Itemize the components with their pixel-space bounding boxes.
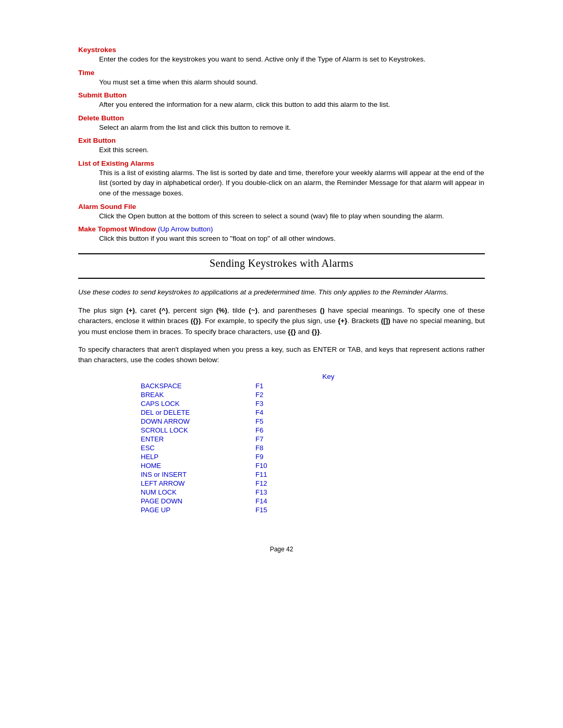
table-row: ENTERF7 [141,435,267,443]
key-code: F5 [255,417,267,426]
section-divider-bottom [78,278,485,279]
key-name: PAGE DOWN [141,497,255,505]
table-row: DOWN ARROWF5 [141,417,267,426]
key-name: PAGE UP [141,505,255,514]
key-name: ESC [141,443,255,452]
term-alarm-sound-desc: Click the Open button at the bottom of t… [99,211,485,221]
term-keystrokes: Keystrokes Enter the codes for the keyst… [78,46,485,65]
table-row: HELPF9 [141,452,267,461]
make-topmost-label: Make Topmost Window [78,225,156,233]
key-name: BACKSPACE [141,381,255,390]
key-code: F8 [255,443,267,452]
key-table: BACKSPACEF1BREAKF2CAPS LOCKF3DEL or DELE… [141,381,267,514]
key-table-header: Key [172,373,485,380]
key-name: ENTER [141,435,255,443]
key-code: F14 [255,497,267,505]
table-row: DEL or DELETEF4 [141,408,267,417]
para2: To specify characters that aren't displa… [78,344,485,366]
section-divider [78,253,485,254]
key-code: F2 [255,390,267,399]
table-row: BACKSPACEF1 [141,381,267,390]
key-name: SCROLL LOCK [141,426,255,435]
table-row: BREAKF2 [141,390,267,399]
term-submit: Submit Button After you entered the info… [78,91,485,110]
key-code: F9 [255,452,267,461]
table-row: PAGE UPF15 [141,505,267,514]
term-time-desc: You must set a time when this alarm shou… [99,77,485,88]
term-delete-label: Delete Button [78,114,485,122]
key-name: DOWN ARROW [141,417,255,426]
key-code: F11 [255,470,267,479]
key-code: F4 [255,408,267,417]
term-exit-desc: Exit this screen. [99,145,485,155]
term-delete-desc: Select an alarm from the list and click … [99,122,485,133]
term-keystrokes-desc: Enter the codes for the keystrokes you w… [99,54,485,65]
key-code: F12 [255,479,267,488]
make-topmost-desc: Click this button if you want this scree… [99,233,485,244]
term-submit-desc: After you entered the information for a … [99,100,485,110]
terms-section: Keystrokes Enter the codes for the keyst… [78,46,485,244]
section-title: Sending Keystrokes with Alarms [78,257,485,269]
term-keystrokes-label: Keystrokes [78,46,485,54]
table-row: NUM LOCKF13 [141,488,267,497]
page-container: Keystrokes Enter the codes for the keyst… [47,0,516,595]
key-name: HOME [141,461,255,470]
key-code: F10 [255,461,267,470]
key-name: INS or INSERT [141,470,255,479]
para1: The plus sign (+), caret (^), percent si… [78,305,485,337]
term-list-desc: This is a list of existing alarms. The l… [99,168,485,199]
term-time-label: Time [78,69,485,77]
term-alarm-sound: Alarm Sound File Click the Open button a… [78,203,485,221]
term-delete: Delete Button Select an alarm from the l… [78,114,485,133]
term-list: List of Existing Alarms This is a list o… [78,159,485,199]
key-table-wrapper: Key BACKSPACEF1BREAKF2CAPS LOCKF3DEL or … [78,373,485,514]
term-make-topmost: Make Topmost Window (Up Arrow button) Cl… [78,225,485,244]
term-time: Time You must set a time when this alarm… [78,69,485,88]
key-code: F6 [255,426,267,435]
key-name: BREAK [141,390,255,399]
term-exit: Exit Button Exit this screen. [78,137,485,155]
key-name: DEL or DELETE [141,408,255,417]
table-row: SCROLL LOCKF6 [141,426,267,435]
table-row: CAPS LOCKF3 [141,399,267,408]
italic-note: Use these codes to send keystrokes to ap… [78,287,485,298]
term-submit-label: Submit Button [78,91,485,99]
term-exit-label: Exit Button [78,137,485,144]
key-name: HELP [141,452,255,461]
key-code: F15 [255,505,267,514]
key-name: NUM LOCK [141,488,255,497]
table-row: INS or INSERTF11 [141,470,267,479]
page-footer: Page 42 [78,546,485,553]
key-name: CAPS LOCK [141,399,255,408]
table-row: PAGE DOWNF14 [141,497,267,505]
make-topmost-sub: (Up Arrow button) [156,225,213,233]
table-row: LEFT ARROWF12 [141,479,267,488]
term-alarm-sound-label: Alarm Sound File [78,203,485,211]
key-code: F1 [255,381,267,390]
key-code: F3 [255,399,267,408]
table-row: ESCF8 [141,443,267,452]
term-list-label: List of Existing Alarms [78,159,485,167]
key-code: F13 [255,488,267,497]
table-row: HOMEF10 [141,461,267,470]
key-code: F7 [255,435,267,443]
key-name: LEFT ARROW [141,479,255,488]
